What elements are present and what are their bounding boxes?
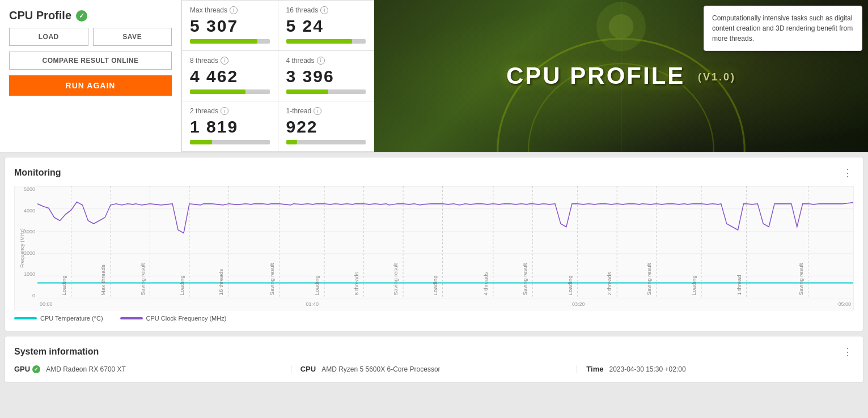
page-title: CPU Profile ✓ bbox=[9, 9, 172, 22]
svg-text:2 threads: 2 threads bbox=[607, 272, 612, 295]
score-value-5: 922 bbox=[286, 117, 366, 137]
y-axis-label: Frequency (MHz) bbox=[19, 228, 25, 268]
score-value-4: 1 819 bbox=[190, 117, 270, 137]
progress-bar-bg-4 bbox=[190, 140, 270, 144]
progress-bar-fill-5 bbox=[286, 140, 298, 144]
svg-text:Saving result: Saving result bbox=[798, 263, 803, 296]
sys-info-value-1: AMD Ryzen 5 5600X 6-Core Processor bbox=[321, 365, 440, 373]
system-info-title: System information bbox=[14, 347, 99, 357]
legend-frequency: CPU Clock Frequency (MHz) bbox=[120, 315, 227, 322]
svg-point-4 bbox=[609, 14, 634, 39]
svg-text:Saving result: Saving result bbox=[646, 263, 651, 296]
score-card-4: 2 threads i 1 819 bbox=[182, 101, 278, 152]
score-value-2: 4 462 bbox=[190, 67, 270, 86]
left-panel: CPU Profile ✓ LOAD SAVE COMPARE RESULT O… bbox=[0, 0, 181, 152]
banner-title: CPU PROFILE (V1.0) bbox=[506, 62, 736, 89]
y-axis: 5000 4000 3000 2000 1000 0 bbox=[15, 186, 37, 298]
sys-info-value-0: AMD Radeon RX 6700 XT bbox=[46, 365, 126, 373]
system-info-grid: GPU ✓ AMD Radeon RX 6700 XT CPU AMD Ryze… bbox=[14, 365, 854, 373]
info-icon-1[interactable]: i bbox=[320, 6, 328, 14]
svg-text:Loading: Loading bbox=[691, 275, 697, 295]
score-value-3: 3 396 bbox=[286, 67, 366, 86]
svg-text:Loading: Loading bbox=[179, 275, 185, 295]
progress-bar-bg-3 bbox=[286, 89, 366, 94]
sys-info-item-0: GPU ✓ AMD Radeon RX 6700 XT bbox=[14, 365, 282, 373]
progress-bar-bg-2 bbox=[190, 89, 270, 94]
svg-text:Saving result: Saving result bbox=[522, 263, 528, 296]
chart-area: 5000 4000 3000 2000 1000 0 Frequency (MH… bbox=[14, 186, 854, 310]
svg-text:8 threads: 8 threads bbox=[353, 272, 359, 295]
banner-text: CPU PROFILE (V1.0) bbox=[506, 62, 736, 89]
tooltip-popup: Computationally intensive tasks such as … bbox=[704, 6, 862, 51]
svg-text:Loading: Loading bbox=[314, 275, 320, 295]
temperature-legend-line bbox=[14, 317, 37, 319]
score-label-2: 8 threads i bbox=[190, 57, 270, 65]
title-text: CPU Profile bbox=[9, 9, 71, 22]
load-button[interactable]: LOAD bbox=[9, 28, 88, 46]
score-label-5: 1-thread i bbox=[286, 107, 366, 115]
score-card-5: 1-thread i 922 bbox=[278, 101, 375, 152]
monitoring-chart: Loading Max threads Saving result Loadin… bbox=[37, 186, 853, 298]
save-button[interactable]: SAVE bbox=[93, 28, 172, 46]
progress-bar-bg-1 bbox=[286, 39, 366, 44]
sys-info-label-1: CPU bbox=[300, 365, 316, 373]
monitoring-menu-button[interactable]: ⋮ bbox=[842, 167, 854, 179]
progress-bar-fill-3 bbox=[286, 89, 328, 94]
progress-bar-bg-5 bbox=[286, 140, 366, 144]
system-info-header: System information ⋮ bbox=[14, 346, 854, 358]
progress-bar-fill-0 bbox=[190, 39, 257, 44]
system-info-menu-button[interactable]: ⋮ bbox=[842, 346, 854, 358]
info-icon-2[interactable]: i bbox=[221, 57, 228, 65]
separator-1 bbox=[291, 365, 291, 373]
svg-text:Loading: Loading bbox=[432, 275, 438, 295]
legend-temperature: CPU Temperature (°C) bbox=[14, 315, 103, 322]
svg-text:4 threads: 4 threads bbox=[482, 272, 488, 295]
info-icon-3[interactable]: i bbox=[317, 57, 325, 65]
svg-text:Saving result: Saving result bbox=[269, 263, 274, 296]
check-icon: ✓ bbox=[76, 10, 87, 22]
scores-grid: Max threads i 5 307 16 threads i 5 24 8 … bbox=[181, 0, 374, 152]
sys-info-item-2: Time 2023-04-30 15:30 +02:00 bbox=[586, 365, 854, 373]
x-axis-labels: 00:00 01:40 03:20 05:00 bbox=[37, 298, 853, 310]
run-again-button[interactable]: RUN AGAIN bbox=[9, 75, 172, 96]
chart-content: Loading Max threads Saving result Loadin… bbox=[37, 186, 853, 298]
monitoring-section: Monitoring ⋮ 5000 4000 3000 2000 1000 0 … bbox=[5, 157, 863, 331]
sys-info-item-1: CPU AMD Ryzen 5 5600X 6-Core Processor bbox=[300, 365, 568, 373]
monitoring-title: Monitoring bbox=[14, 168, 61, 178]
sys-info-value-2: 2023-04-30 15:30 +02:00 bbox=[609, 365, 685, 373]
score-value-0: 5 307 bbox=[190, 16, 270, 36]
svg-text:Loading: Loading bbox=[61, 275, 66, 295]
check-icon-${i}: ✓ bbox=[32, 365, 40, 373]
svg-text:Loading: Loading bbox=[567, 275, 573, 295]
separator-2 bbox=[577, 365, 577, 373]
frequency-legend-line bbox=[120, 317, 143, 319]
svg-text:Saving result: Saving result bbox=[393, 263, 399, 296]
chart-legend: CPU Temperature (°C) CPU Clock Frequency… bbox=[14, 315, 854, 322]
banner-section: CPU PROFILE (V1.0) Computationally inten… bbox=[374, 0, 868, 152]
progress-bar-fill-1 bbox=[286, 39, 353, 44]
score-card-0: Max threads i 5 307 bbox=[182, 1, 278, 51]
score-label-3: 4 threads i bbox=[286, 57, 366, 65]
score-card-3: 4 threads i 3 396 bbox=[278, 51, 375, 101]
svg-text:Saving result: Saving result bbox=[139, 263, 145, 296]
svg-text:16 threads: 16 threads bbox=[218, 269, 224, 296]
load-save-row: LOAD SAVE bbox=[9, 28, 172, 46]
progress-bar-fill-4 bbox=[190, 140, 212, 144]
sys-info-label-0: GPU ✓ bbox=[14, 365, 40, 373]
info-icon-0[interactable]: i bbox=[230, 6, 238, 14]
score-label-0: Max threads i bbox=[190, 6, 270, 14]
system-info-section: System information ⋮ GPU ✓ AMD Radeon RX… bbox=[5, 336, 863, 383]
info-icon-4[interactable]: i bbox=[221, 107, 228, 115]
sys-info-label-2: Time bbox=[586, 365, 603, 373]
score-card-2: 8 threads i 4 462 bbox=[182, 51, 278, 101]
svg-text:1 thread: 1 thread bbox=[736, 275, 742, 295]
score-label-4: 2 threads i bbox=[190, 107, 270, 115]
monitoring-header: Monitoring ⋮ bbox=[14, 167, 854, 179]
score-value-1: 5 24 bbox=[286, 16, 366, 36]
progress-bar-fill-2 bbox=[190, 89, 245, 94]
svg-text:Max threads: Max threads bbox=[100, 265, 106, 296]
info-icon-5[interactable]: i bbox=[314, 107, 321, 115]
score-card-1: 16 threads i 5 24 bbox=[278, 1, 375, 51]
score-label-1: 16 threads i bbox=[286, 6, 366, 14]
compare-button[interactable]: COMPARE RESULT ONLINE bbox=[9, 52, 172, 70]
